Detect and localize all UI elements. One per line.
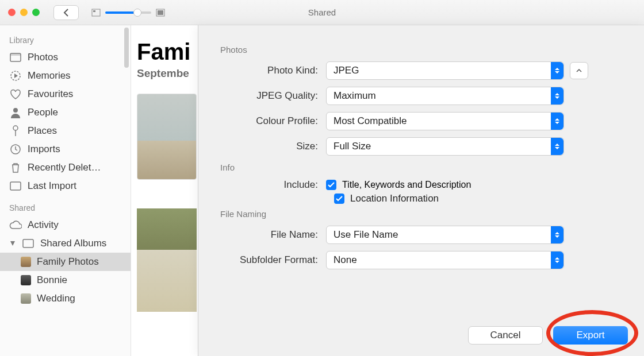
subfolder-format-select[interactable]: None xyxy=(326,251,564,269)
photo-kind-select[interactable]: JPEG xyxy=(326,61,564,80)
sidebar-scrollbar[interactable] xyxy=(122,25,131,356)
clock-icon xyxy=(9,144,22,155)
sidebar-item-places[interactable]: Places xyxy=(0,122,131,140)
sidebar-label: Wedding xyxy=(37,293,75,304)
sidebar-item-recently-deleted[interactable]: Recently Delet… xyxy=(0,158,131,177)
svg-rect-5 xyxy=(10,53,21,56)
sidebar-label: Recently Delet… xyxy=(28,162,101,173)
file-name-select[interactable]: Use File Name xyxy=(326,226,564,244)
colour-profile-select[interactable]: Most Compatible xyxy=(326,112,564,130)
person-icon xyxy=(9,107,22,118)
disclosure-triangle-icon xyxy=(9,238,16,249)
select-stepper-icon xyxy=(551,62,564,79)
memories-icon xyxy=(9,70,22,82)
sidebar-item-memories[interactable]: Memories xyxy=(0,67,131,85)
album-thumbnail-icon xyxy=(21,275,31,285)
sidebar-label: Photos xyxy=(28,52,58,63)
chevron-up-icon xyxy=(576,68,582,73)
svg-rect-11 xyxy=(23,239,33,247)
file-name-value: Use File Name xyxy=(334,229,398,241)
select-stepper-icon xyxy=(551,226,564,243)
sidebar-item-wedding[interactable]: Wedding xyxy=(0,289,131,308)
size-value: Full Size xyxy=(334,141,371,152)
sidebar-label: Activity xyxy=(28,219,59,231)
sidebar: Library Photos Memories Favourites Peopl… xyxy=(0,25,131,356)
cancel-button[interactable]: Cancel xyxy=(468,326,543,345)
sidebar-item-imports[interactable]: Imports xyxy=(0,140,131,158)
svg-point-8 xyxy=(13,126,18,130)
album-thumbnail-icon xyxy=(21,293,31,304)
sidebar-item-shared-albums[interactable]: Shared Albums xyxy=(0,234,131,253)
photo-kind-label: Photo Kind: xyxy=(216,65,326,76)
subfolder-format-value: None xyxy=(334,254,357,266)
trash-icon xyxy=(9,162,22,173)
last-import-icon xyxy=(9,180,22,192)
svg-rect-10 xyxy=(10,182,21,190)
checkbox-title-keywords[interactable] xyxy=(326,180,336,190)
zoom-thumb[interactable] xyxy=(133,9,141,17)
jpeg-quality-select[interactable]: Maximum xyxy=(326,87,564,105)
section-header-photos: Photos xyxy=(220,45,627,55)
sidebar-item-family-photos[interactable]: Family Photos xyxy=(0,253,131,271)
section-header-info: Info xyxy=(220,162,627,172)
size-select[interactable]: Full Size xyxy=(326,137,564,156)
chevron-left-icon xyxy=(63,9,69,17)
subfolder-format-label: Subfolder Format: xyxy=(216,254,326,266)
select-stepper-icon xyxy=(551,138,564,155)
sidebar-label: Favourites xyxy=(28,88,73,100)
export-sheet: Photos Photo Kind: JPEG JPEG Quality: Ma… xyxy=(198,25,644,356)
checkbox-location-label: Location Information xyxy=(350,193,439,204)
sidebar-label: Bonnie xyxy=(37,274,67,286)
window-controls xyxy=(8,9,40,16)
photo-thumbnail[interactable] xyxy=(137,208,197,312)
heart-icon xyxy=(9,88,22,100)
include-label: Include: xyxy=(216,179,326,191)
photo-kind-value: JPEG xyxy=(334,65,359,76)
select-stepper-icon xyxy=(551,87,564,105)
thumbnail-zoom-slider[interactable] xyxy=(91,9,165,17)
sidebar-label: Last Import xyxy=(28,180,76,192)
zoom-track[interactable] xyxy=(105,11,151,14)
sidebar-item-people[interactable]: People xyxy=(0,103,131,122)
sidebar-item-bonnie[interactable]: Bonnie xyxy=(0,271,131,289)
sidebar-item-photos[interactable]: Photos xyxy=(0,48,131,67)
jpeg-quality-label: JPEG Quality: xyxy=(216,90,326,102)
svg-point-7 xyxy=(13,108,18,113)
back-button[interactable] xyxy=(53,5,79,20)
close-window-button[interactable] xyxy=(8,9,16,16)
svg-rect-3 xyxy=(158,10,163,15)
zoom-max-icon xyxy=(156,9,165,17)
sidebar-label: Shared Albums xyxy=(40,238,106,249)
export-button[interactable]: Export xyxy=(553,326,628,345)
album-icon xyxy=(22,238,34,249)
section-header-filenaming: File Naming xyxy=(220,209,627,219)
fullscreen-window-button[interactable] xyxy=(32,9,40,16)
sidebar-item-favourites[interactable]: Favourites xyxy=(0,85,131,103)
sidebar-label: Family Photos xyxy=(37,256,99,268)
sidebar-item-activity[interactable]: Activity xyxy=(0,216,131,234)
sidebar-label: People xyxy=(28,107,58,118)
size-label: Size: xyxy=(216,141,326,152)
sidebar-item-last-import[interactable]: Last Import xyxy=(0,177,131,195)
collapse-options-button[interactable] xyxy=(570,62,588,79)
sidebar-label: Places xyxy=(28,125,57,137)
sidebar-header-library: Library xyxy=(0,33,131,48)
minimize-window-button[interactable] xyxy=(20,9,28,16)
file-name-label: File Name: xyxy=(216,229,326,241)
select-stepper-icon xyxy=(551,251,564,269)
colour-profile-label: Colour Profile: xyxy=(216,115,326,127)
checkbox-location[interactable] xyxy=(334,194,344,204)
sidebar-header-shared: Shared xyxy=(0,201,131,216)
svg-rect-1 xyxy=(93,10,95,12)
zoom-min-icon xyxy=(91,9,101,17)
checkbox-title-label: Title, Keywords and Description xyxy=(342,180,471,190)
photo-thumbnail[interactable] xyxy=(137,94,197,180)
window-titlebar: Shared xyxy=(0,0,644,25)
sidebar-label: Memories xyxy=(28,70,71,82)
photos-icon xyxy=(9,52,22,63)
cloud-icon xyxy=(9,219,22,231)
album-thumbnail-icon xyxy=(21,257,31,267)
pin-icon xyxy=(9,125,22,137)
sidebar-label: Imports xyxy=(28,144,60,155)
scrollbar-thumb[interactable] xyxy=(124,28,129,68)
